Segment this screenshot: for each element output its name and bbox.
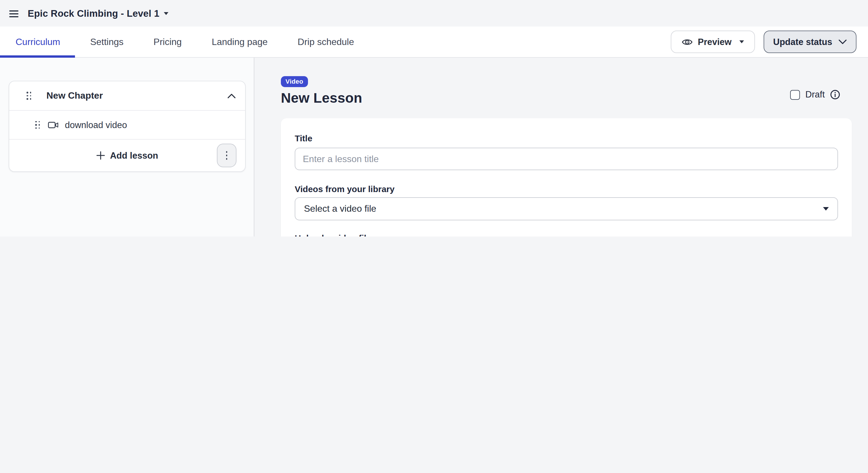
lesson-title: download video	[65, 120, 127, 130]
library-field-label: Videos from your library	[295, 184, 838, 194]
tab-list: Curriculum Settings Pricing Landing page…	[0, 27, 369, 57]
topbar: Epic Rock Climbing - Level 1	[0, 0, 868, 27]
lesson-editor-panel: Video New Lesson Draft Title Videos from…	[254, 58, 868, 236]
curriculum-sidebar: New Chapter download video	[0, 58, 254, 236]
lesson-row[interactable]: download video	[9, 111, 245, 139]
tab-landing-page[interactable]: Landing page	[197, 27, 283, 57]
plus-icon	[96, 151, 105, 160]
drag-handle-icon[interactable]	[35, 121, 40, 129]
lesson-title-input[interactable]	[295, 148, 838, 170]
lesson-header: Video New Lesson Draft	[254, 58, 868, 106]
preview-button[interactable]: Preview	[671, 31, 755, 53]
update-status-label: Update status	[773, 37, 832, 47]
tab-settings[interactable]: Settings	[75, 27, 139, 57]
tab-curriculum[interactable]: Curriculum	[0, 27, 75, 57]
lesson-form-card: Title Videos from your library Select a …	[281, 118, 852, 236]
lesson-page-title: New Lesson	[281, 90, 840, 106]
draft-toggle-group: Draft	[790, 89, 840, 100]
chevron-down-icon	[839, 39, 847, 44]
course-dropdown-caret-icon[interactable]	[164, 12, 169, 15]
select-caret-icon	[823, 207, 829, 211]
chapter-title: New Chapter	[46, 91, 103, 101]
course-builder-app: Epic Rock Climbing - Level 1 Curriculum …	[0, 0, 868, 236]
content-area: New Chapter download video	[0, 58, 868, 236]
video-library-selected-value: Select a video file	[304, 203, 376, 214]
preview-caret-icon	[739, 40, 744, 43]
info-icon[interactable]	[830, 89, 840, 100]
chapter-header[interactable]: New Chapter	[9, 81, 245, 111]
chevron-up-icon[interactable]	[227, 93, 236, 98]
draft-label: Draft	[805, 89, 825, 100]
tabbar: Curriculum Settings Pricing Landing page…	[0, 27, 868, 58]
tab-pricing[interactable]: Pricing	[138, 27, 197, 57]
drag-handle-icon[interactable]	[27, 92, 31, 100]
upload-field-label: Upload a video file	[295, 233, 838, 236]
preview-label: Preview	[698, 37, 732, 47]
chapter-kebab-menu-button[interactable]	[217, 144, 237, 167]
video-camera-icon	[48, 121, 59, 129]
add-lesson-label: Add lesson	[110, 150, 158, 161]
eye-icon	[682, 38, 693, 46]
video-library-select[interactable]: Select a video file	[295, 197, 838, 220]
chapter-card: New Chapter download video	[9, 81, 246, 172]
tabbar-actions: Preview Update status	[671, 27, 868, 57]
draft-checkbox[interactable]	[790, 90, 800, 99]
update-status-button[interactable]: Update status	[763, 31, 857, 53]
add-lesson-row: Add lesson	[9, 139, 245, 171]
tab-drip-schedule[interactable]: Drip schedule	[283, 27, 369, 57]
lesson-type-badge: Video	[281, 76, 308, 87]
menu-icon[interactable]	[9, 10, 19, 17]
title-field-label: Title	[295, 133, 312, 143]
course-title[interactable]: Epic Rock Climbing - Level 1	[28, 8, 159, 19]
add-lesson-button[interactable]: Add lesson	[96, 150, 158, 161]
